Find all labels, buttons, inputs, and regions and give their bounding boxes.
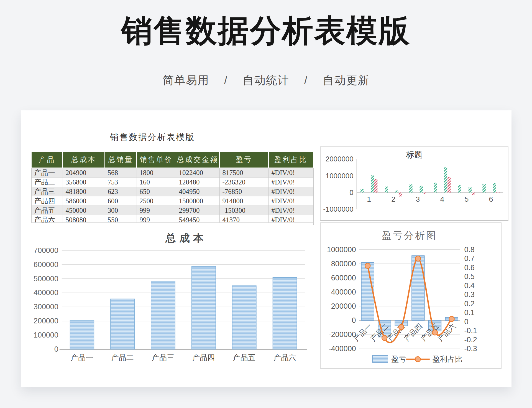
table-cell[interactable]: 2500 bbox=[137, 196, 176, 206]
table-cell[interactable]: 914000 bbox=[219, 196, 268, 206]
svg-text:1000000: 1000000 bbox=[327, 245, 356, 254]
header-cell[interactable]: 盈亏 bbox=[219, 151, 268, 168]
svg-text:0: 0 bbox=[54, 345, 58, 353]
svg-text:0.4: 0.4 bbox=[464, 282, 474, 290]
table-cell[interactable]: -150300 bbox=[219, 206, 268, 215]
table-row: 产品四58600060025001500000914000#DIV/0! bbox=[31, 196, 313, 206]
svg-text:300000: 300000 bbox=[34, 303, 58, 311]
table-cell[interactable]: 产品一 bbox=[31, 168, 63, 178]
svg-text:2: 2 bbox=[391, 195, 395, 203]
table-cell[interactable]: 623 bbox=[105, 187, 137, 196]
table-cell[interactable]: -76850 bbox=[219, 187, 268, 196]
table-cell[interactable]: 356800 bbox=[63, 178, 105, 187]
table-cell[interactable]: 产品三 bbox=[31, 187, 63, 196]
svg-text:0: 0 bbox=[352, 316, 356, 325]
table-cell[interactable]: 204900 bbox=[63, 168, 105, 178]
svg-text:0.2: 0.2 bbox=[464, 300, 474, 308]
svg-text:盈亏分析图: 盈亏分析图 bbox=[382, 230, 437, 241]
table-cell[interactable]: 404950 bbox=[176, 187, 219, 196]
svg-text:总成本: 总成本 bbox=[165, 232, 207, 244]
svg-text:400000: 400000 bbox=[331, 288, 356, 296]
table-cell[interactable]: 产品四 bbox=[31, 196, 63, 206]
page-title: 销售数据分析表模版 bbox=[0, 12, 532, 49]
header-cell[interactable]: 总成交金额 bbox=[176, 151, 219, 168]
svg-text:-1000000: -1000000 bbox=[323, 206, 353, 213]
template-preview-card: 销售数据分析表模版 产品总成本总销量销售单价总成交金额盈亏盈利占比 产品一204… bbox=[21, 110, 511, 387]
table-cell[interactable]: 产品二 bbox=[31, 178, 63, 187]
table-cell[interactable]: #DIV/0! bbox=[268, 178, 313, 187]
svg-text:0: 0 bbox=[464, 318, 468, 326]
table-cell[interactable]: 1500000 bbox=[176, 196, 219, 206]
subtitle-item: 自动统计 bbox=[243, 74, 289, 86]
table-cell[interactable]: 1800 bbox=[137, 168, 176, 178]
svg-text:1: 1 bbox=[367, 195, 371, 203]
table-row: 产品二356800753160120480-236320#DIV/0! bbox=[31, 178, 313, 187]
svg-text:6: 6 bbox=[489, 195, 493, 203]
svg-text:-400000: -400000 bbox=[329, 344, 356, 353]
subtitle-item: 自动更新 bbox=[323, 74, 369, 86]
svg-text:400000: 400000 bbox=[34, 288, 58, 297]
svg-text:4: 4 bbox=[440, 195, 444, 203]
svg-text:产品五: 产品五 bbox=[233, 353, 255, 362]
svg-text:100000: 100000 bbox=[34, 331, 58, 339]
svg-text:-0.2: -0.2 bbox=[464, 336, 477, 344]
svg-text:500000: 500000 bbox=[34, 275, 58, 283]
table-cell[interactable]: #DIV/0! bbox=[268, 168, 313, 178]
table-cell[interactable]: 300 bbox=[105, 206, 137, 215]
table-cell[interactable]: 568 bbox=[105, 168, 137, 178]
total-cost-chart-box[interactable]: 总成本7000006000005000004000003000002000001… bbox=[31, 222, 313, 375]
svg-text:3: 3 bbox=[416, 195, 420, 203]
svg-text:标题: 标题 bbox=[406, 151, 423, 159]
subtitle-item: 简单易用 bbox=[163, 74, 209, 86]
header-cell[interactable]: 盈利占比 bbox=[268, 151, 313, 168]
table-cell[interactable]: #DIV/0! bbox=[268, 187, 313, 196]
svg-text:200000: 200000 bbox=[34, 317, 58, 325]
svg-text:产品三: 产品三 bbox=[152, 353, 174, 362]
svg-text:产品四: 产品四 bbox=[193, 353, 215, 362]
profit-analysis-chart-box[interactable]: 盈亏分析图10000008000006000004000002000000-20… bbox=[320, 222, 502, 369]
table-cell[interactable]: 1022400 bbox=[176, 168, 219, 178]
profit-combo-chart: 盈亏分析图10000008000006000004000002000000-20… bbox=[321, 223, 501, 368]
table-cell[interactable]: 120480 bbox=[176, 178, 219, 187]
mini-bar-chart: 标题200000010000000-1000000123456 bbox=[321, 147, 508, 220]
subtitle-separator: / bbox=[304, 74, 308, 86]
svg-text:5: 5 bbox=[464, 195, 469, 203]
table-cell[interactable]: 650 bbox=[137, 187, 176, 196]
table-cell[interactable]: #DIV/0! bbox=[268, 206, 313, 215]
svg-text:200000: 200000 bbox=[331, 302, 356, 310]
table-cell[interactable]: -236320 bbox=[219, 178, 268, 187]
table-cell[interactable]: 586000 bbox=[63, 196, 105, 206]
mini-bar-chart-box[interactable]: 标题200000010000000-1000000123456 bbox=[320, 146, 508, 221]
header-cell[interactable]: 销售单价 bbox=[137, 151, 176, 168]
table-cell[interactable]: 817500 bbox=[219, 168, 268, 178]
sheet-title: 销售数据分析表模版 bbox=[101, 131, 204, 143]
svg-text:-0.3: -0.3 bbox=[464, 344, 477, 353]
table-cell[interactable]: 450000 bbox=[63, 206, 105, 215]
table-row: 产品五450000300999299700-150300#DIV/0! bbox=[31, 206, 313, 215]
table-cell[interactable]: 299700 bbox=[176, 206, 219, 215]
table-cell[interactable]: 600 bbox=[105, 196, 137, 206]
svg-text:产品六: 产品六 bbox=[273, 353, 296, 362]
header-cell[interactable]: 总成本 bbox=[63, 151, 105, 168]
svg-text:0.1: 0.1 bbox=[464, 308, 474, 317]
svg-text:600000: 600000 bbox=[331, 274, 356, 282]
table-cell[interactable]: 160 bbox=[137, 178, 176, 187]
table-cell[interactable]: 999 bbox=[137, 206, 176, 215]
table-header-row: 产品总成本总销量销售单价总成交金额盈亏盈利占比 bbox=[31, 151, 313, 168]
header-cell[interactable]: 产品 bbox=[31, 151, 63, 168]
svg-text:800000: 800000 bbox=[331, 260, 356, 268]
svg-text:0.3: 0.3 bbox=[464, 290, 474, 299]
table-cell[interactable]: 753 bbox=[105, 178, 137, 187]
svg-text:0: 0 bbox=[349, 189, 353, 196]
header-cell[interactable]: 总销量 bbox=[105, 151, 137, 168]
svg-text:0.6: 0.6 bbox=[464, 263, 474, 272]
svg-text:1000000: 1000000 bbox=[326, 172, 354, 180]
table-cell[interactable]: #DIV/0! bbox=[268, 196, 313, 206]
svg-text:盈亏: 盈亏 bbox=[391, 355, 406, 363]
table-cell[interactable]: 481800 bbox=[63, 187, 105, 196]
svg-text:0.5: 0.5 bbox=[464, 272, 474, 281]
svg-text:2000000: 2000000 bbox=[326, 155, 354, 163]
svg-text:600000: 600000 bbox=[34, 260, 58, 269]
table-cell[interactable]: 产品五 bbox=[31, 206, 63, 215]
subtitle-separator: / bbox=[224, 74, 228, 86]
